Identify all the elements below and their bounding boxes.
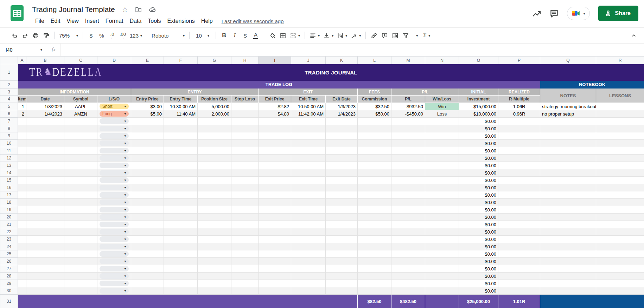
cell-J28[interactable] xyxy=(291,273,326,280)
cell-O18[interactable]: $0.00 xyxy=(459,199,498,206)
total-pl[interactable]: $482.50 xyxy=(391,295,425,308)
lso-dropdown-empty[interactable]: ▾ xyxy=(100,222,129,227)
cell-H5[interactable] xyxy=(231,103,259,110)
cell-E27[interactable] xyxy=(131,265,164,273)
cell-L16[interactable] xyxy=(358,184,391,191)
insights-icon[interactable] xyxy=(532,9,541,18)
cell-I23[interactable] xyxy=(259,236,291,243)
row-header-29[interactable]: 29 xyxy=(0,280,18,287)
cell-P30[interactable] xyxy=(498,287,540,295)
cell-O10[interactable]: $0.00 xyxy=(459,140,498,147)
cell-K8[interactable] xyxy=(326,125,358,132)
cell-D12[interactable]: ▾ xyxy=(97,155,131,162)
cell-N13[interactable] xyxy=(425,162,459,169)
cell-H15[interactable] xyxy=(231,177,259,184)
cell-M29[interactable] xyxy=(391,280,425,287)
totals-notebook[interactable] xyxy=(540,295,644,308)
cell-L22[interactable] xyxy=(358,228,391,236)
cell-E6[interactable]: $5.00 xyxy=(131,110,164,118)
cell-I21[interactable] xyxy=(259,221,291,228)
cell-D19[interactable]: ▾ xyxy=(97,206,131,214)
cell-P18[interactable] xyxy=(498,199,540,206)
row-header-25[interactable]: 25 xyxy=(0,250,18,258)
cell-K23[interactable] xyxy=(326,236,358,243)
cell-A23[interactable] xyxy=(18,236,26,243)
cell-A19[interactable] xyxy=(18,206,26,214)
lso-dropdown-empty[interactable]: ▾ xyxy=(100,229,129,235)
row-header-6[interactable]: 6 xyxy=(0,110,18,118)
cell-M16[interactable] xyxy=(391,184,425,191)
cell-R20[interactable] xyxy=(596,214,644,221)
cell-A5[interactable]: 1 xyxy=(18,103,26,110)
cell-A6[interactable]: 2 xyxy=(18,110,26,118)
cell-A24[interactable] xyxy=(18,243,26,250)
cell-Q26[interactable] xyxy=(540,258,596,265)
cell-R25[interactable] xyxy=(596,250,644,258)
cell-O28[interactable]: $0.00 xyxy=(459,273,498,280)
col-label-entry-time[interactable]: Entry Time xyxy=(164,96,198,103)
cell-N22[interactable] xyxy=(425,228,459,236)
bold-button[interactable]: B xyxy=(219,30,229,41)
col-label-exit-price[interactable]: Exit Price xyxy=(259,96,291,103)
cell-J17[interactable] xyxy=(291,191,326,199)
cell-M9[interactable] xyxy=(391,132,425,140)
cell-Q27[interactable] xyxy=(540,265,596,273)
cell-N20[interactable] xyxy=(425,214,459,221)
cell-I13[interactable] xyxy=(259,162,291,169)
column-header-A[interactable]: A xyxy=(18,57,26,64)
group-header-exit[interactable]: EXIT xyxy=(259,89,358,96)
cell-R15[interactable] xyxy=(596,177,644,184)
cell-Q16[interactable] xyxy=(540,184,596,191)
menu-item-insert[interactable]: Insert xyxy=(82,17,102,25)
menu-item-edit[interactable]: Edit xyxy=(47,17,64,25)
cell-B18[interactable] xyxy=(26,199,64,206)
cell-G19[interactable] xyxy=(198,206,231,214)
cell-C24[interactable] xyxy=(64,243,97,250)
row-header-27[interactable]: 27 xyxy=(0,265,18,273)
cell-B17[interactable] xyxy=(26,191,64,199)
cell-P17[interactable] xyxy=(498,191,540,199)
cell-G21[interactable] xyxy=(198,221,231,228)
cell-P8[interactable] xyxy=(498,125,540,132)
total-win-loss[interactable] xyxy=(425,295,459,308)
cell-G7[interactable] xyxy=(198,118,231,125)
column-header-P[interactable]: P xyxy=(498,57,540,64)
cell-J12[interactable] xyxy=(291,155,326,162)
cell-O7[interactable]: $0.00 xyxy=(459,118,498,125)
col-label-l-s-o[interactable]: L/S/O xyxy=(97,96,131,103)
cell-L25[interactable] xyxy=(358,250,391,258)
cell-E25[interactable] xyxy=(131,250,164,258)
cell-H8[interactable] xyxy=(231,125,259,132)
cell-B27[interactable] xyxy=(26,265,64,273)
cell-R8[interactable] xyxy=(596,125,644,132)
lso-dropdown-empty[interactable]: ▾ xyxy=(100,140,129,146)
lso-dropdown-empty[interactable]: ▾ xyxy=(100,199,129,205)
cell-A7[interactable] xyxy=(18,118,26,125)
row-header-21[interactable]: 21 xyxy=(0,221,18,228)
cell-M27[interactable] xyxy=(391,265,425,273)
row-header-5[interactable]: 5 xyxy=(0,103,18,110)
cell-M30[interactable] xyxy=(391,287,425,295)
cell-G10[interactable] xyxy=(198,140,231,147)
column-header-D[interactable]: D xyxy=(97,57,131,64)
insert-link-button[interactable] xyxy=(369,30,379,41)
cell-Q18[interactable] xyxy=(540,199,596,206)
text-color-button[interactable]: A xyxy=(250,30,261,41)
cell-C10[interactable] xyxy=(64,140,97,147)
cell-L8[interactable] xyxy=(358,125,391,132)
cell-O27[interactable]: $0.00 xyxy=(459,265,498,273)
col-label-exit-time[interactable]: Exit Time xyxy=(291,96,326,103)
row-header-11[interactable]: 11 xyxy=(0,147,18,155)
cell-L12[interactable] xyxy=(358,155,391,162)
cell-E17[interactable] xyxy=(131,191,164,199)
cell-Q12[interactable] xyxy=(540,155,596,162)
column-header-B[interactable]: B xyxy=(26,57,64,64)
lso-dropdown-empty[interactable]: ▾ xyxy=(100,163,129,168)
cell-D27[interactable]: ▾ xyxy=(97,265,131,273)
cell-D29[interactable]: ▾ xyxy=(97,280,131,287)
cell-O17[interactable]: $0.00 xyxy=(459,191,498,199)
cell-P12[interactable] xyxy=(498,155,540,162)
cell-L15[interactable] xyxy=(358,177,391,184)
menu-item-format[interactable]: Format xyxy=(102,17,127,25)
cell-B7[interactable] xyxy=(26,118,64,125)
